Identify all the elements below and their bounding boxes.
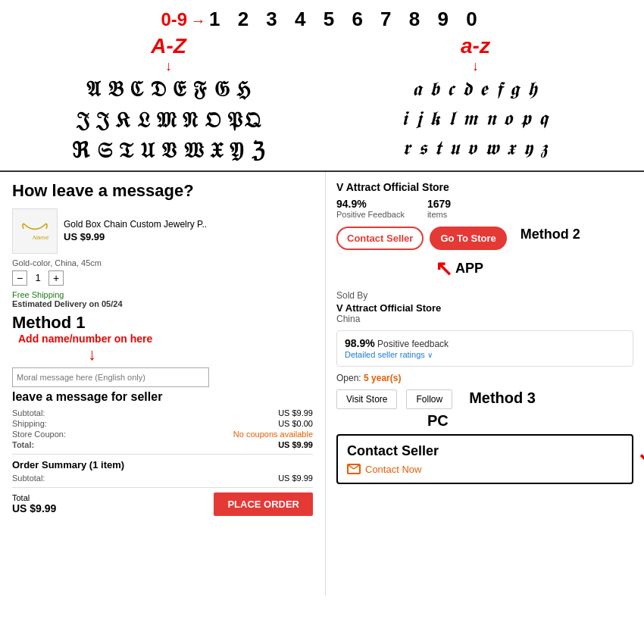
store-actions: Visit Store Follow Method 3 bbox=[336, 389, 633, 409]
feedback-text: Positive feedback bbox=[377, 339, 449, 349]
order-details: Subtotal: US $9.99 Shipping: US $0.00 St… bbox=[12, 408, 313, 449]
sold-by-section: Sold By V Attract Official Store China bbox=[336, 290, 633, 324]
method3-label: Method 3 bbox=[469, 389, 536, 409]
qty-plus-btn[interactable]: + bbox=[48, 270, 64, 286]
subtotal-row: Subtotal: US $9.99 bbox=[12, 408, 313, 417]
contact-seller-box: Contact Seller Contact Now bbox=[336, 434, 633, 484]
message-hint: leave a message for seller bbox=[12, 390, 313, 404]
arrow-down-lower: ↓ bbox=[472, 58, 479, 74]
items-label: items bbox=[427, 210, 451, 219]
sold-by-title: Sold By bbox=[336, 290, 633, 301]
divider2 bbox=[12, 487, 313, 488]
feedback-pct: 98.9% bbox=[345, 337, 375, 349]
pc-label: PC bbox=[427, 412, 449, 429]
az-lower-label: a-z bbox=[461, 34, 490, 58]
svg-text:Name: Name bbox=[33, 234, 49, 241]
right-panel: V Attract Official Store 94.9% Positive … bbox=[326, 172, 644, 596]
final-total-row: Total US $9.99 PLACE ORDER bbox=[12, 492, 313, 516]
open-years: 5 year(s) bbox=[364, 373, 401, 383]
uppercase-row2: 𝔍 𝔍 𝔎 𝔏 𝔐 𝔑 𝔒 𝔓𝔔 bbox=[15, 105, 322, 136]
lowercase-section: a-z ↓ 𝖆 𝖇 𝖈 𝖉 𝖊 𝖋 𝖌 𝖍 𝖎 𝖏 𝖐 𝖑 𝖒 𝖓 𝖔 𝖕 𝖖 … bbox=[322, 34, 629, 163]
items-stat: 1679 items bbox=[427, 198, 451, 219]
qty-minus-btn[interactable]: − bbox=[12, 270, 27, 286]
contact-seller-box-title: Contact Seller bbox=[347, 443, 623, 459]
arrow-right: → bbox=[191, 12, 206, 29]
place-order-btn[interactable]: PLACE ORDER bbox=[214, 492, 313, 516]
how-title: How leave a message? bbox=[12, 181, 313, 201]
envelope-icon bbox=[347, 464, 361, 474]
qty-value: 1 bbox=[32, 272, 44, 283]
contact-now-link[interactable]: Contact Now bbox=[347, 464, 623, 475]
positive-feedback-stat: 94.9% Positive Feedback bbox=[336, 198, 405, 219]
method2-arrow: ↖ bbox=[435, 256, 452, 281]
open-since: Open: 5 year(s) bbox=[336, 373, 633, 383]
free-shipping: Free Shipping bbox=[12, 290, 313, 299]
bottom-section: How leave a message? Name Gold Box Chain… bbox=[0, 172, 644, 596]
est-delivery: Estimated Delivery on 05/24 bbox=[12, 299, 313, 308]
final-total-left: Total US $9.99 bbox=[12, 493, 56, 514]
visit-store-btn[interactable]: Visit Store bbox=[336, 389, 397, 409]
left-panel: How leave a message? Name Gold Box Chain… bbox=[0, 172, 326, 596]
summary-sub-row: Subtotal: US $9.99 bbox=[12, 474, 313, 483]
seller-buttons: Contact Seller Go To Store Method 2 bbox=[336, 227, 633, 250]
total-row: Total: US $9.99 bbox=[12, 440, 313, 449]
numbers-section: 0-9 → 1 2 3 4 5 6 7 8 9 0 bbox=[15, 8, 629, 31]
svg-line-2 bbox=[354, 465, 359, 469]
method2-app-row: ↖ APP bbox=[336, 256, 633, 281]
uppercase-row1: 𝔄 𝔅 ℭ 𝔇 𝔈 𝔉 𝔊 ℌ bbox=[15, 74, 322, 105]
sold-by-country: China bbox=[336, 314, 633, 324]
qty-row: − 1 + bbox=[12, 270, 313, 286]
ratings-link[interactable]: Detailed seller ratings ∨ bbox=[345, 350, 433, 359]
items-num: 1679 bbox=[427, 198, 451, 210]
shipping-row: Shipping: US $0.00 bbox=[12, 419, 313, 428]
follow-btn[interactable]: Follow bbox=[406, 389, 452, 409]
product-thumbnail: Name bbox=[12, 208, 58, 254]
store-name: V Attract Official Store bbox=[336, 181, 633, 193]
chevron-icon: ∨ bbox=[427, 351, 433, 359]
top-section: 0-9 → 1 2 3 4 5 6 7 8 9 0 A-Z ↓ 𝔄 𝔅 ℭ 𝔇 … bbox=[0, 0, 644, 172]
method3-pc-row: PC bbox=[336, 412, 633, 430]
product-variant: Gold-color, China, 45cm bbox=[12, 258, 313, 267]
lowercase-row2: 𝖎 𝖏 𝖐 𝖑 𝖒 𝖓 𝖔 𝖕 𝖖 bbox=[322, 104, 629, 133]
method1-sub: Add name/number on here bbox=[18, 333, 313, 345]
feedback-box: 98.9% Positive feedback Detailed seller … bbox=[336, 330, 633, 367]
contact-seller-area: Contact Seller Contact Now ↖ bbox=[336, 434, 633, 484]
az-row: A-Z ↓ 𝔄 𝔅 ℭ 𝔇 𝔈 𝔉 𝔊 ℌ 𝔍 𝔍 𝔎 𝔏 𝔐 𝔑 𝔒 𝔓𝔔 ℜ… bbox=[15, 34, 629, 167]
order-summary-title: Order Summary (1 item) bbox=[12, 459, 313, 470]
order-summary-details: Subtotal: US $9.99 bbox=[12, 474, 313, 483]
method1-label: Method 1 bbox=[12, 313, 86, 332]
uppercase-row3: ℜ 𝔖 𝔗 𝔘 𝔙 𝔚 𝔛 𝔜 ℨ bbox=[15, 136, 322, 167]
svg-line-1 bbox=[349, 465, 354, 469]
uppercase-section: A-Z ↓ 𝔄 𝔅 ℭ 𝔇 𝔈 𝔉 𝔊 ℌ 𝔍 𝔍 𝔎 𝔏 𝔐 𝔑 𝔒 𝔓𝔔 ℜ… bbox=[15, 34, 322, 167]
lowercase-row1: 𝖆 𝖇 𝖈 𝖉 𝖊 𝖋 𝖌 𝖍 bbox=[322, 74, 629, 104]
app-label: APP bbox=[455, 261, 483, 277]
product-name: Gold Box Chain Custom Jewelry P.. bbox=[64, 219, 207, 230]
arrow-down-upper: ↓ bbox=[165, 58, 172, 74]
method1-arrow: ↓ bbox=[88, 345, 313, 364]
go-to-store-btn[interactable]: Go To Store bbox=[430, 227, 506, 250]
coupon-row: Store Coupon: No coupons available bbox=[12, 430, 313, 439]
divider bbox=[12, 454, 313, 455]
positive-pct: 94.9% bbox=[336, 198, 405, 210]
seller-actions-area: Contact Seller Go To Store Method 2 ↖ AP… bbox=[336, 227, 633, 281]
product-row: Name Gold Box Chain Custom Jewelry P.. U… bbox=[12, 208, 313, 254]
product-info: Gold Box Chain Custom Jewelry P.. US $9.… bbox=[64, 219, 207, 242]
message-input[interactable] bbox=[12, 367, 209, 387]
method1-container: Method 1 Add name/number on here ↓ bbox=[12, 313, 313, 364]
sold-by-store: V Attract Official Store bbox=[336, 302, 633, 314]
numbers-label: 0-9 bbox=[161, 9, 187, 30]
lowercase-row3: 𝖗 𝖘 𝖙 𝖚 𝖛 𝖜 𝖝 𝖞 𝖟 bbox=[322, 133, 629, 163]
method2-label: Method 2 bbox=[521, 227, 580, 250]
positive-label: Positive Feedback bbox=[336, 210, 405, 219]
product-price: US $9.99 bbox=[64, 231, 207, 242]
az-upper-label: A-Z bbox=[151, 34, 186, 58]
coupon-link[interactable]: No coupons available bbox=[233, 430, 313, 439]
method3-arrow: ↖ bbox=[637, 449, 644, 476]
numbers-display: 1 2 3 4 5 6 7 8 9 0 bbox=[209, 8, 483, 30]
store-stats: 94.9% Positive Feedback 1679 items bbox=[336, 198, 633, 219]
contact-seller-btn[interactable]: Contact Seller bbox=[336, 227, 424, 250]
